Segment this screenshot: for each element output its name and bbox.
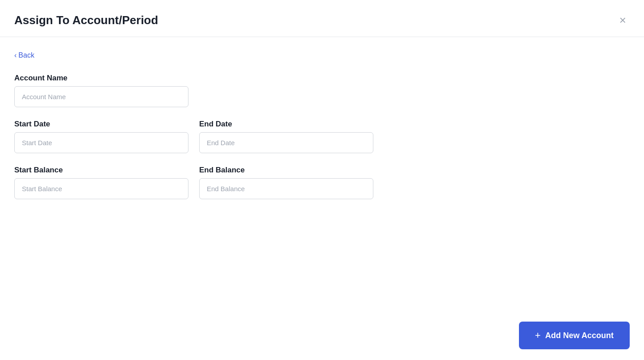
end-balance-input[interactable] [199,178,373,199]
modal-header: Assign To Account/Period × [0,0,644,37]
back-link[interactable]: ‹ Back [14,51,34,59]
plus-icon: + [535,330,541,341]
start-balance-label: Start Balance [14,166,188,175]
start-balance-input[interactable] [14,178,188,199]
back-label: Back [18,51,34,59]
start-date-input[interactable] [14,132,188,153]
balance-row: Start Balance End Balance [14,166,630,199]
end-date-group: End Date [199,120,373,153]
end-date-label: End Date [199,120,373,129]
add-new-account-button[interactable]: + Add New Account [519,322,630,349]
date-row: Start Date End Date [14,120,630,153]
account-name-group: Account Name [14,74,188,107]
end-balance-group: End Balance [199,166,373,199]
account-name-label: Account Name [14,74,188,83]
start-date-group: Start Date [14,120,188,153]
start-date-label: Start Date [14,120,188,129]
close-button[interactable]: × [616,13,630,28]
account-name-row: Account Name [14,74,630,107]
modal-container: Assign To Account/Period × ‹ Back Accoun… [0,0,644,360]
back-chevron-icon: ‹ [14,51,17,59]
modal-footer: + Add New Account [505,311,644,360]
account-name-input[interactable] [14,86,188,107]
modal-title: Assign To Account/Period [14,13,158,27]
start-balance-group: Start Balance [14,166,188,199]
add-new-account-label: Add New Account [545,331,614,340]
end-balance-label: End Balance [199,166,373,175]
end-date-input[interactable] [199,132,373,153]
form-section: Account Name Start Date End Date Start [14,74,630,212]
